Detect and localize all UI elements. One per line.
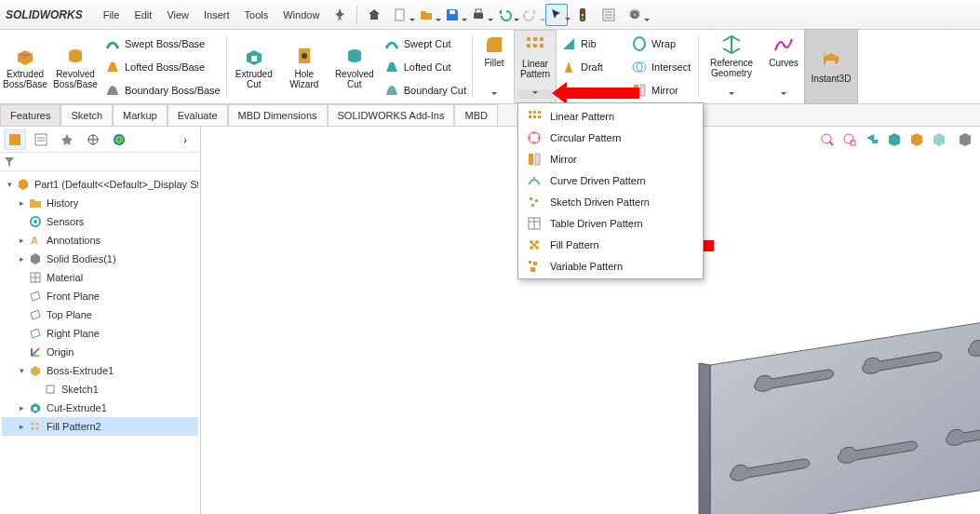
menu-view[interactable]: View	[159, 6, 196, 24]
separator	[356, 6, 357, 24]
zoom-fit-icon[interactable]	[818, 130, 837, 149]
menu-window[interactable]: Window	[275, 6, 327, 24]
tab-mbd-dimensions[interactable]: MBD Dimensions	[228, 104, 328, 126]
tree-node[interactable]: ▸Fill Pattern2	[2, 417, 198, 436]
config-tab-icon[interactable]	[56, 129, 78, 150]
print-icon[interactable]	[467, 4, 490, 26]
tab-evaluate[interactable]: Evaluate	[168, 104, 228, 126]
heads-up-toolbar	[818, 130, 974, 149]
tree-node[interactable]: Origin	[2, 343, 198, 361]
menu-table-driven-pattern[interactable]: Table Driven Pattern	[518, 212, 703, 234]
svg-line-40	[32, 348, 39, 356]
new-document-icon[interactable]	[389, 4, 411, 26]
menu-file[interactable]: File	[96, 6, 128, 24]
menu-sketch-driven-pattern[interactable]: Sketch Driven Pattern	[518, 191, 703, 212]
curves-button[interactable]: Curves	[762, 30, 805, 103]
menu-tools[interactable]: Tools	[237, 6, 276, 24]
menu-insert[interactable]: Insert	[196, 6, 237, 24]
tab-add-ins[interactable]: SOLIDWORKS Add-Ins	[328, 104, 455, 126]
rib-icon	[560, 35, 577, 52]
revolved-boss-button[interactable]: Revolved Boss/Base	[50, 30, 101, 103]
more-tab-icon[interactable]: ›	[174, 129, 196, 150]
rib-button[interactable]: Rib	[560, 35, 616, 52]
lofted-boss-icon	[104, 59, 121, 75]
section-view-icon[interactable]	[885, 130, 904, 149]
pin-icon[interactable]	[329, 4, 351, 26]
curves-dropdown[interactable]	[781, 90, 786, 100]
tree-node[interactable]: ▸Cut-Extrude1	[2, 399, 198, 417]
menu-fill-pattern[interactable]: Fill Pattern	[518, 234, 703, 255]
tree-node[interactable]: Right Plane	[2, 324, 198, 343]
tree-node[interactable]: Front Plane	[2, 287, 198, 305]
revolved-cut-button[interactable]: Revolved Cut	[329, 30, 380, 103]
feature-tree-tab-icon[interactable]	[4, 129, 26, 150]
fillet-dropdown[interactable]	[491, 90, 497, 100]
tree-node[interactable]: Top Plane	[2, 305, 198, 324]
settings-gear-icon[interactable]	[624, 4, 646, 26]
reference-geometry-button[interactable]: Reference Geometry	[701, 30, 762, 103]
options-list-icon[interactable]	[597, 4, 620, 26]
undo-icon[interactable]	[493, 4, 516, 26]
svg-rect-58	[538, 115, 541, 118]
tab-mbd[interactable]: MBD	[454, 104, 497, 126]
linear-pattern-dropdown[interactable]	[517, 89, 554, 99]
menu-variable-pattern[interactable]: Variable Pattern	[518, 255, 703, 277]
home-icon[interactable]	[363, 4, 385, 26]
redo-icon[interactable]	[519, 4, 542, 26]
wrap-button[interactable]: Wrap	[631, 35, 676, 52]
menu-curve-driven-pattern[interactable]: Curve Driven Pattern	[518, 169, 703, 191]
svg-rect-54	[533, 111, 536, 114]
linear-pattern-icon	[526, 108, 543, 125]
tree-node[interactable]: ▸History	[2, 194, 198, 212]
display-style-icon[interactable]	[930, 130, 948, 149]
svg-point-46	[36, 423, 39, 426]
tab-features[interactable]: Features	[0, 104, 60, 126]
traffic-light-icon[interactable]	[571, 4, 594, 26]
hole-wizard-button[interactable]: Hole Wizard	[279, 30, 329, 103]
extruded-boss-button[interactable]: Extruded Boss/Base	[0, 30, 50, 103]
tree-root[interactable]: ▾ Part1 (Default<<Default>_Display Sta	[2, 175, 198, 194]
tree-node[interactable]: ▸AAnnotations	[2, 231, 198, 250]
intersect-button[interactable]: Intersect	[631, 59, 691, 75]
tree-node[interactable]: Sensors	[2, 212, 198, 231]
refgeo-dropdown[interactable]	[729, 90, 734, 100]
linear-pattern-button[interactable]: Linear Pattern	[514, 30, 557, 103]
save-icon[interactable]	[441, 4, 463, 26]
menu-mirror[interactable]: Mirror	[518, 148, 703, 169]
display-tab-icon[interactable]	[108, 129, 130, 150]
open-folder-icon[interactable]	[415, 4, 437, 26]
menu-circular-pattern[interactable]: Circular Pattern	[518, 127, 703, 148]
lofted-boss-button[interactable]: Lofted Boss/Base	[104, 56, 221, 78]
select-cursor-icon[interactable]	[545, 4, 568, 26]
draft-button[interactable]: Draft	[560, 59, 616, 75]
menu-edit[interactable]: Edit	[127, 6, 159, 24]
tree-node[interactable]: ▾Boss-Extrude1	[2, 361, 198, 380]
extruded-cut-icon	[243, 45, 265, 67]
menu-linear-pattern[interactable]: Linear Pattern	[518, 105, 703, 127]
swept-cut-button[interactable]: Swept Cut	[383, 33, 466, 55]
instant3d-button[interactable]: Instant3D	[805, 30, 857, 103]
dimxpert-tab-icon[interactable]	[82, 129, 104, 150]
view-orientation-icon[interactable]	[907, 130, 926, 149]
tab-markup[interactable]: Markup	[113, 104, 168, 126]
tree-node[interactable]: Material	[2, 268, 198, 287]
previous-view-icon[interactable]	[863, 130, 881, 149]
swept-boss-button[interactable]: Swept Boss/Base	[104, 33, 221, 55]
fillet-button[interactable]: Fillet	[475, 30, 514, 103]
lofted-cut-button[interactable]: Lofted Cut	[383, 56, 466, 78]
app-logo: SOLIDWORKS	[4, 7, 83, 23]
tab-sketch[interactable]: Sketch	[60, 104, 113, 126]
extruded-cut-button[interactable]: Extruded Cut	[229, 30, 279, 103]
part-icon	[17, 177, 31, 192]
hide-show-icon[interactable]	[956, 130, 974, 149]
tree-node[interactable]: ▸Solid Bodies(1)	[2, 250, 198, 268]
property-tab-icon[interactable]	[30, 129, 52, 150]
feature-filter-bar[interactable]	[0, 153, 200, 171]
tree-node[interactable]: Sketch1	[2, 380, 198, 399]
ribbon-separator	[226, 35, 227, 98]
boundary-boss-button[interactable]: Boundary Boss/Base	[104, 79, 221, 101]
intersect-icon	[631, 59, 648, 75]
zoom-area-icon[interactable]	[840, 130, 859, 149]
pattern-dropdown-menu: Linear Pattern Circular Pattern Mirror C…	[517, 102, 704, 279]
boundary-cut-button[interactable]: Boundary Cut	[383, 79, 466, 101]
